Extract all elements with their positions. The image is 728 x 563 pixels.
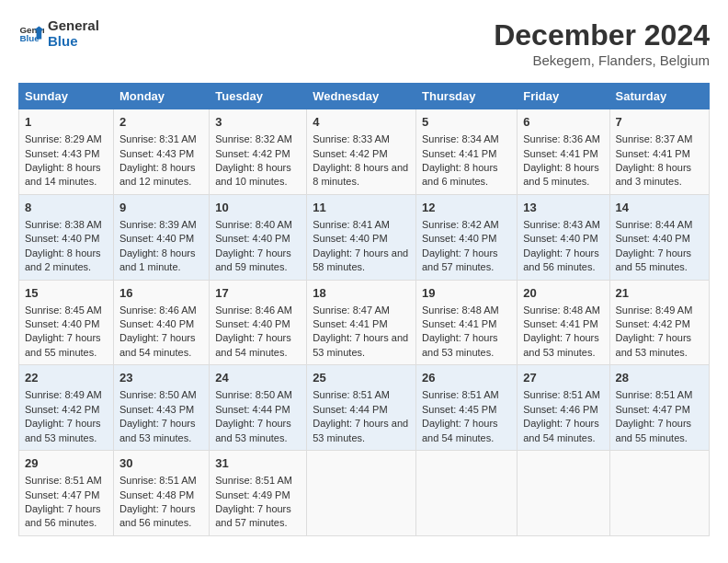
col-tuesday: Tuesday [210,84,307,109]
col-friday: Friday [518,84,609,109]
day-19: 19 Sunrise: 8:48 AMSunset: 4:41 PMDaylig… [416,280,518,365]
logo-line2: Blue [48,34,99,50]
day-23: 23 Sunrise: 8:50 AMSunset: 4:43 PMDaylig… [113,365,209,451]
empty-cell-1 [307,451,416,536]
col-wednesday: Wednesday [307,84,416,109]
title-block: December 2024 Bekegem, Flanders, Belgium [494,18,710,68]
day-5: 5 Sunrise: 8:34 AMSunset: 4:41 PMDayligh… [416,109,518,195]
empty-cell-3 [518,451,609,536]
day-3: 3 Sunrise: 8:32 AMSunset: 4:42 PMDayligh… [210,109,307,195]
col-monday: Monday [113,84,209,109]
day-4: 4 Sunrise: 8:33 AMSunset: 4:42 PMDayligh… [307,109,416,195]
week-row-5: 29 Sunrise: 8:51 AMSunset: 4:47 PMDaylig… [19,451,710,536]
week-row-2: 8 Sunrise: 8:38 AMSunset: 4:40 PMDayligh… [19,194,710,280]
calendar-table: Sunday Monday Tuesday Wednesday Thursday… [18,83,710,536]
day-25: 25 Sunrise: 8:51 AMSunset: 4:44 PMDaylig… [307,365,416,451]
empty-cell-2 [416,451,518,536]
col-sunday: Sunday [19,84,114,109]
empty-cell-4 [609,451,709,536]
day-9: 9 Sunrise: 8:39 AMSunset: 4:40 PMDayligh… [113,194,209,280]
day-22: 22 Sunrise: 8:49 AMSunset: 4:42 PMDaylig… [19,365,114,451]
page-header: General Blue General Blue December 2024 … [18,18,710,68]
day-1: 1 Sunrise: 8:29 AMSunset: 4:43 PMDayligh… [19,109,114,195]
week-row-3: 15 Sunrise: 8:45 AMSunset: 4:40 PMDaylig… [19,280,710,365]
day-10: 10 Sunrise: 8:40 AMSunset: 4:40 PMDaylig… [210,194,307,280]
day-13: 13 Sunrise: 8:43 AMSunset: 4:40 PMDaylig… [518,194,609,280]
day-6: 6 Sunrise: 8:36 AMSunset: 4:41 PMDayligh… [518,109,609,195]
day-17: 17 Sunrise: 8:46 AMSunset: 4:40 PMDaylig… [210,280,307,365]
day-21: 21 Sunrise: 8:49 AMSunset: 4:42 PMDaylig… [609,280,709,365]
day-16: 16 Sunrise: 8:46 AMSunset: 4:40 PMDaylig… [113,280,209,365]
day-20: 20 Sunrise: 8:48 AMSunset: 4:41 PMDaylig… [518,280,609,365]
day-7: 7 Sunrise: 8:37 AMSunset: 4:41 PMDayligh… [609,109,709,195]
day-12: 12 Sunrise: 8:42 AMSunset: 4:40 PMDaylig… [416,194,518,280]
day-26: 26 Sunrise: 8:51 AMSunset: 4:45 PMDaylig… [416,365,518,451]
day-31: 31 Sunrise: 8:51 AMSunset: 4:49 PMDaylig… [210,451,307,536]
main-title: December 2024 [494,18,710,52]
day-30: 30 Sunrise: 8:51 AMSunset: 4:48 PMDaylig… [113,451,209,536]
day-18: 18 Sunrise: 8:47 AMSunset: 4:41 PMDaylig… [307,280,416,365]
day-11: 11 Sunrise: 8:41 AMSunset: 4:40 PMDaylig… [307,194,416,280]
col-saturday: Saturday [609,84,709,109]
logo-line1: General [48,18,99,34]
day-29: 29 Sunrise: 8:51 AMSunset: 4:47 PMDaylig… [19,451,114,536]
week-row-1: 1 Sunrise: 8:29 AMSunset: 4:43 PMDayligh… [19,109,710,195]
day-14: 14 Sunrise: 8:44 AMSunset: 4:40 PMDaylig… [609,194,709,280]
logo-icon: General Blue [18,21,44,47]
day-8: 8 Sunrise: 8:38 AMSunset: 4:40 PMDayligh… [19,194,114,280]
day-27: 27 Sunrise: 8:51 AMSunset: 4:46 PMDaylig… [518,365,609,451]
day-28: 28 Sunrise: 8:51 AMSunset: 4:47 PMDaylig… [609,365,709,451]
header-row: Sunday Monday Tuesday Wednesday Thursday… [19,84,710,109]
logo: General Blue General Blue [18,18,99,49]
col-thursday: Thursday [416,84,518,109]
day-2: 2 Sunrise: 8:31 AMSunset: 4:43 PMDayligh… [113,109,209,195]
subtitle: Bekegem, Flanders, Belgium [494,52,710,68]
day-24: 24 Sunrise: 8:50 AMSunset: 4:44 PMDaylig… [210,365,307,451]
day-15: 15 Sunrise: 8:45 AMSunset: 4:40 PMDaylig… [19,280,114,365]
week-row-4: 22 Sunrise: 8:49 AMSunset: 4:42 PMDaylig… [19,365,710,451]
